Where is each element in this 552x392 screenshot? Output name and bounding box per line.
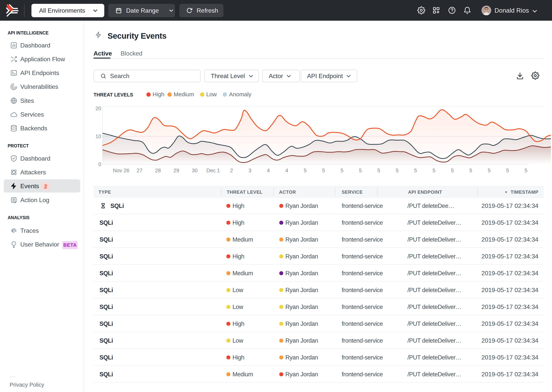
svg-text:29: 29 <box>174 168 179 173</box>
svg-text:5: 5 <box>469 168 472 173</box>
svg-text:5: 5 <box>359 168 362 173</box>
svg-text:27: 27 <box>137 168 142 173</box>
svg-text:5: 5 <box>451 168 454 173</box>
svg-text:5: 5 <box>377 168 380 173</box>
svg-text:5: 5 <box>414 168 417 173</box>
svg-text:5: 5 <box>304 168 306 173</box>
svg-text:5: 5 <box>524 168 527 173</box>
svg-text:3: 3 <box>248 168 251 173</box>
svg-text:20: 20 <box>95 106 101 112</box>
svg-text:2: 2 <box>230 168 233 173</box>
svg-text:5: 5 <box>396 168 399 173</box>
svg-text:30: 30 <box>192 168 198 173</box>
svg-text:0: 0 <box>98 161 101 167</box>
svg-text:5: 5 <box>506 168 509 173</box>
svg-text:4: 4 <box>285 168 288 173</box>
svg-text:10: 10 <box>95 133 101 139</box>
svg-text:4: 4 <box>267 168 270 173</box>
svg-text:Nov 26: Nov 26 <box>113 168 129 173</box>
svg-text:5: 5 <box>340 168 343 173</box>
svg-text:Dec 1: Dec 1 <box>206 168 220 173</box>
svg-text:5: 5 <box>432 168 435 173</box>
svg-text:5: 5 <box>488 168 490 173</box>
svg-text:28: 28 <box>155 168 161 173</box>
svg-text:5: 5 <box>322 168 325 173</box>
